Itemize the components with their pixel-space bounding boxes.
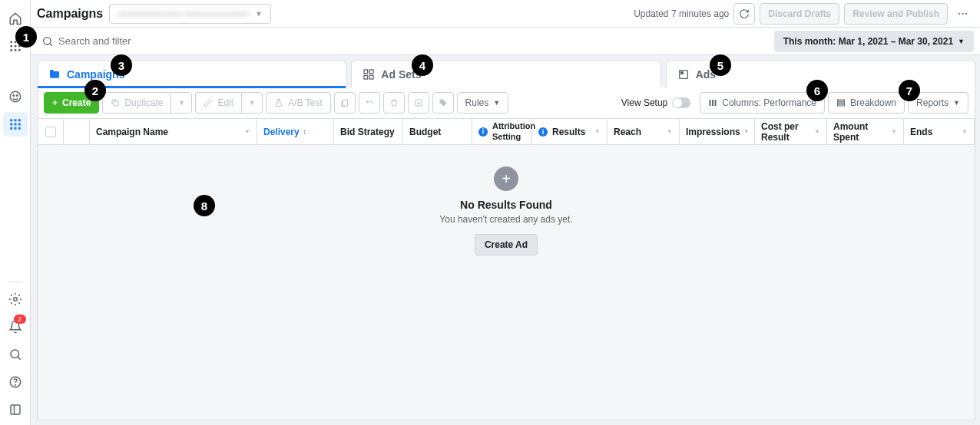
- tab-ads[interactable]: Ads: [666, 60, 975, 87]
- svg-point-8: [18, 49, 20, 51]
- svg-point-7: [14, 49, 16, 51]
- svg-point-3: [10, 45, 12, 48]
- create-button[interactable]: + Create: [44, 92, 99, 114]
- edit-button[interactable]: Edit: [195, 92, 241, 114]
- undo-button[interactable]: [359, 92, 380, 114]
- th-results[interactable]: iResults▼: [532, 119, 608, 144]
- columns-label: Columns: Performance: [722, 97, 816, 108]
- discard-drafts-button[interactable]: Discard Drafts: [760, 3, 839, 25]
- svg-rect-28: [370, 70, 374, 74]
- create-ad-button[interactable]: Create Ad: [475, 234, 538, 255]
- search-row: This month: Mar 1, 2021 – Mar 30, 2021 ▼: [31, 28, 980, 55]
- collapse-icon[interactable]: [3, 397, 28, 422]
- chevron-down-icon: ▼: [493, 99, 500, 107]
- chevron-down-icon: ▼: [256, 10, 263, 18]
- tab-campaigns[interactable]: Campaigns: [37, 60, 346, 87]
- duplicate-label: Duplicate: [124, 97, 163, 108]
- rules-button[interactable]: Rules ▼: [457, 92, 509, 114]
- edit-dropdown[interactable]: ▼: [241, 92, 263, 114]
- th-attribution[interactable]: iAttribution Setting: [472, 119, 532, 144]
- tab-campaigns-label: Campaigns: [67, 68, 124, 81]
- home-icon[interactable]: [3, 6, 28, 31]
- svg-rect-38: [715, 100, 717, 106]
- audience-icon[interactable]: [3, 84, 28, 109]
- breakdown-button[interactable]: Breakdown: [828, 92, 905, 114]
- tab-ads-label: Ads: [696, 68, 716, 81]
- table-header: Campaign Name▼ Delivery↑ Bid Strategy Bu…: [38, 119, 975, 145]
- tag-button[interactable]: [432, 92, 454, 114]
- ads-manager-icon[interactable]: [3, 112, 28, 137]
- th-checkbox[interactable]: [38, 119, 64, 144]
- search-input[interactable]: [58, 35, 763, 47]
- top-bar: Campaigns ——————— ——————— ▼ Updated 7 mi…: [31, 0, 980, 28]
- columns-button[interactable]: Columns: Performance: [700, 92, 825, 114]
- th-ends[interactable]: Ends▼: [904, 119, 975, 144]
- date-range-picker[interactable]: This month: Mar 1, 2021 – Mar 30, 2021 ▼: [774, 31, 974, 52]
- folder-icon: [48, 68, 61, 81]
- account-selector[interactable]: ——————— ——————— ▼: [109, 4, 270, 24]
- tab-adsets-label: Ad Sets: [381, 68, 421, 81]
- abtest-button[interactable]: A/B Test: [266, 92, 330, 114]
- view-setup-toggle[interactable]: View Setup: [615, 97, 697, 108]
- svg-rect-39: [838, 100, 845, 101]
- review-publish-button[interactable]: Review and Publish: [844, 3, 948, 25]
- apps-icon[interactable]: [3, 34, 28, 58]
- svg-rect-30: [370, 75, 374, 79]
- th-toggle: [64, 119, 90, 144]
- breakdown-icon: [836, 98, 846, 107]
- view-setup-label: View Setup: [621, 97, 668, 108]
- duplicate-dropdown[interactable]: ▼: [171, 92, 192, 114]
- svg-point-11: [16, 95, 18, 97]
- copy-button[interactable]: [334, 92, 356, 114]
- th-reach[interactable]: Reach▼: [608, 119, 680, 144]
- svg-rect-15: [10, 124, 12, 126]
- th-budget[interactable]: Budget: [403, 119, 472, 144]
- plus-icon: +: [52, 97, 58, 108]
- abtest-label: A/B Test: [288, 97, 322, 108]
- svg-rect-37: [712, 100, 713, 106]
- chevron-down-icon: ▼: [953, 99, 960, 107]
- svg-point-0: [10, 41, 12, 43]
- tab-adsets[interactable]: Ad Sets: [351, 60, 661, 87]
- info-icon: i: [478, 127, 488, 137]
- breakdown-label: Breakdown: [850, 97, 896, 108]
- svg-point-5: [18, 45, 20, 48]
- pencil-icon: [204, 98, 213, 107]
- svg-point-26: [44, 37, 51, 44]
- ad-icon: [677, 68, 690, 81]
- settings-icon[interactable]: [3, 287, 28, 311]
- th-impressions[interactable]: Impressions▼: [680, 119, 755, 144]
- reports-button[interactable]: Reports ▼: [908, 92, 968, 114]
- export-button[interactable]: [408, 92, 429, 114]
- create-button-label: Create: [62, 97, 91, 108]
- svg-rect-40: [838, 102, 845, 104]
- svg-point-10: [13, 95, 15, 97]
- search-rail-icon[interactable]: [3, 342, 28, 367]
- svg-point-21: [13, 298, 17, 301]
- th-cost[interactable]: Cost per Result▼: [755, 119, 827, 144]
- svg-rect-36: [710, 100, 711, 106]
- svg-rect-16: [14, 124, 16, 126]
- th-campaign-name[interactable]: Campaign Name▼: [90, 119, 257, 144]
- notifications-icon[interactable]: [3, 315, 28, 339]
- empty-title: No Results Found: [460, 199, 552, 211]
- refresh-button[interactable]: [733, 3, 755, 25]
- th-amount-spent[interactable]: Amount Spent▼: [827, 119, 904, 144]
- th-bid-strategy[interactable]: Bid Strategy: [334, 119, 403, 144]
- date-range-label: This month: Mar 1, 2021 – Mar 30, 2021: [783, 36, 953, 47]
- svg-rect-14: [18, 119, 20, 121]
- search-box[interactable]: [37, 31, 768, 52]
- duplicate-icon: [111, 98, 120, 107]
- svg-point-24: [15, 384, 15, 385]
- more-button[interactable]: ···: [952, 3, 974, 25]
- help-icon[interactable]: [3, 370, 28, 394]
- left-rail: [0, 0, 31, 425]
- empty-subtitle: You haven't created any ads yet.: [439, 214, 572, 225]
- tabs-row: Campaigns Ad Sets Ads: [37, 60, 975, 87]
- svg-rect-33: [114, 101, 118, 106]
- duplicate-button[interactable]: Duplicate: [102, 92, 171, 114]
- th-delivery[interactable]: Delivery↑: [257, 119, 334, 144]
- svg-point-2: [18, 41, 20, 43]
- svg-rect-17: [18, 124, 20, 126]
- delete-button[interactable]: [383, 92, 405, 114]
